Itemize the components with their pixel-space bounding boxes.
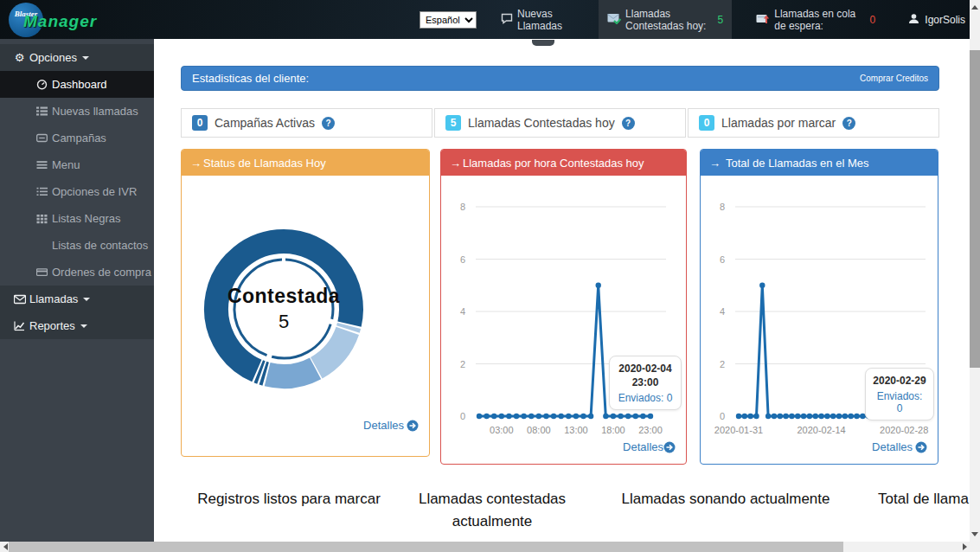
- count-badge: 0: [699, 115, 714, 131]
- queue-count: 0: [870, 14, 876, 26]
- vertical-scrollbar-thumb[interactable]: [970, 50, 980, 368]
- detalles-link[interactable]: Detalles: [872, 440, 927, 453]
- circle-arrow-icon: [407, 420, 419, 432]
- panel-title: Llamadas por hora Contestadas hoy: [463, 157, 644, 170]
- stat-card-label: Llamadas por marcar: [721, 116, 836, 130]
- sidebar-item-campanas[interactable]: Campañas: [0, 125, 154, 151]
- svg-text:2020-01-31: 2020-01-31: [714, 425, 763, 435]
- sidebar-item-opciones-de-ivr[interactable]: Opciones de IVR: [0, 178, 154, 205]
- sidebar: ⚙ Opciones Dashboard Nuevas llamadas Cam…: [0, 39, 154, 542]
- bottom-label-registros: Registros listos para marcar: [181, 488, 397, 532]
- chart-panels-row: → Status de Llamadas Hoy Contestada 5 De…: [181, 149, 939, 465]
- language-select[interactable]: Español: [420, 11, 477, 29]
- donut-chart-area: Contestada 5 Detalles: [182, 176, 429, 440]
- vertical-scrollbar[interactable]: [970, 0, 980, 542]
- sidebar-item-label: Reportes: [29, 319, 75, 332]
- stat-card-label: Llamadas Contestadas hoy: [468, 116, 615, 130]
- nav-item-nuevas-llamadas[interactable]: Nuevas Llamadas: [492, 0, 583, 39]
- sidebar-item-listas-de-contactos[interactable]: Listas de contactos: [0, 232, 154, 259]
- credit-card-icon: [35, 266, 49, 278]
- svg-text:8: 8: [460, 202, 465, 212]
- detalles-label: Detalles: [363, 419, 404, 432]
- detalles-link[interactable]: Detalles: [623, 440, 676, 453]
- bottom-label-sonando: Llamadas sonando actualmente: [587, 488, 864, 532]
- sidebar-item-label: Listas de contactos: [52, 239, 148, 252]
- list-ol-icon: [35, 186, 49, 197]
- svg-text:6: 6: [720, 254, 725, 265]
- sidebar-item-menu[interactable]: Menu: [0, 151, 154, 178]
- bottom-label-total: Total de llama: [864, 488, 969, 532]
- caret-down-icon: [80, 324, 87, 328]
- horizontal-scrollbar[interactable]: [0, 542, 970, 552]
- comment-icon: [501, 13, 513, 27]
- scroll-up-arrow[interactable]: [970, 1, 980, 13]
- circle-arrow-icon: [915, 441, 927, 453]
- detalles-label: Detalles: [872, 440, 913, 453]
- scroll-down-arrow[interactable]: [970, 528, 980, 540]
- sidebar-item-dashboard[interactable]: Dashboard: [0, 71, 154, 98]
- nav-item-label: Nuevas Llamadas: [517, 8, 574, 32]
- sidebar-item-label: Campañas: [52, 132, 106, 144]
- detalles-label: Detalles: [623, 440, 663, 453]
- count-badge: 0: [192, 115, 208, 131]
- svg-text:2020-02-28: 2020-02-28: [880, 425, 928, 435]
- stat-card-llamadas-contestadas: 5 Llamadas Contestadas hoy ?: [434, 108, 686, 138]
- line-chart-area: 0246803:0008:0013:0018:0023:00 2020-02-0…: [441, 176, 686, 460]
- hourly-line-chart[interactable]: 0246803:0008:0013:0018:0023:00: [441, 176, 676, 457]
- user-icon: [908, 13, 919, 27]
- nav-item-llamadas-en-cola[interactable]: Llamadas en cola de espera: 0: [747, 0, 884, 39]
- donut-status-label: Contestada: [206, 285, 362, 308]
- sidebar-item-label: Dashboard: [52, 78, 107, 91]
- brand-name: Manager: [23, 12, 97, 31]
- svg-text:18:00: 18:00: [601, 425, 625, 435]
- dashboard-icon: [35, 79, 49, 90]
- stats-bar-title: Estadisticas del cliente:: [192, 72, 309, 85]
- panel-header: → Total de Llamadas en el Mes: [701, 150, 938, 176]
- svg-text:23:00: 23:00: [638, 425, 663, 435]
- question-icon[interactable]: ?: [622, 117, 635, 130]
- answered-count: 5: [718, 14, 724, 26]
- brand-logo: Blaster Manager: [0, 0, 160, 39]
- sidebar-item-llamadas[interactable]: Llamadas: [0, 286, 154, 312]
- panel-header: → Llamadas por hora Contestadas hoy: [441, 150, 686, 176]
- count-badge: 5: [445, 115, 461, 131]
- menu-icon: [35, 159, 49, 170]
- stat-card-campanas-activas: 0 Campañas Activas ?: [181, 108, 432, 138]
- bottom-stats-header-row: Registros listos para marcar Llamadas co…: [181, 488, 970, 532]
- panel-title: Total de Llamadas en el Mes: [726, 157, 868, 170]
- sidebar-item-ordenes-de-compra[interactable]: Ordenes de compra: [0, 259, 154, 286]
- sidebar-item-nuevas-llamadas[interactable]: Nuevas llamadas: [0, 98, 154, 125]
- sidebar-item-listas-negras[interactable]: Listas Negras: [0, 205, 154, 232]
- svg-text:03:00: 03:00: [490, 425, 514, 435]
- comprar-creditos-link[interactable]: Comprar Creditos: [860, 74, 928, 83]
- scroll-right-arrow[interactable]: [959, 542, 970, 552]
- nav-item-llamadas-contestadas[interactable]: Llamadas Contestadas hoy: 5: [599, 0, 732, 39]
- top-navbar: Blaster Manager Español Nuevas Llamadas: [0, 0, 980, 39]
- tooltip-date: 2020-02-04: [617, 362, 674, 375]
- svg-text:4: 4: [460, 306, 465, 317]
- nav-item-label: Llamadas Contestadas hoy:: [625, 8, 713, 32]
- envelope-icon: [12, 294, 27, 305]
- list-icon: [35, 106, 49, 117]
- question-icon[interactable]: ?: [842, 117, 855, 130]
- chart-line-icon: [12, 320, 27, 331]
- scrollbar-corner: [970, 542, 980, 552]
- user-name: IgorSolis: [925, 14, 965, 26]
- svg-text:0: 0: [460, 411, 465, 421]
- sidebar-item-opciones[interactable]: ⚙ Opciones: [0, 44, 154, 71]
- question-icon[interactable]: ?: [322, 117, 335, 130]
- panel-header: → Status de Llamadas Hoy: [182, 150, 429, 176]
- chart-tooltip: 2020-02-29 Enviados: 0: [865, 368, 934, 420]
- grid-icon: [35, 213, 49, 224]
- sidebar-item-label: Llamadas: [29, 292, 78, 305]
- sidebar-item-label: Opciones: [29, 51, 77, 64]
- line-chart-area: 024682020-01-312020-02-142020-02-28 2020…: [701, 176, 938, 460]
- svg-text:6: 6: [460, 254, 465, 265]
- sidebar-item-reportes[interactable]: Reportes: [0, 312, 154, 339]
- stats-header-bar: Estadisticas del cliente: Comprar Credit…: [181, 66, 939, 91]
- message-square-icon: [35, 132, 49, 144]
- detalles-link[interactable]: Detalles: [363, 419, 419, 432]
- horizontal-scrollbar-thumb[interactable]: [9, 542, 843, 552]
- app-window: Blaster Manager Español Nuevas Llamadas: [0, 0, 980, 552]
- main-content: Estadisticas del cliente: Comprar Credit…: [154, 39, 970, 542]
